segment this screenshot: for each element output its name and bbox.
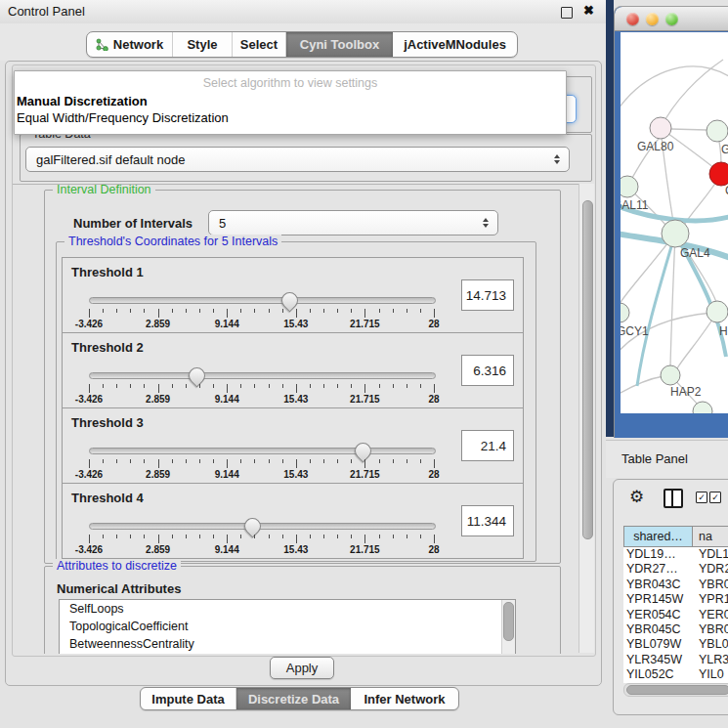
table-row[interactable]: YBR043CYBR0 bbox=[623, 578, 728, 592]
threshold-label: Threshold 3 bbox=[71, 415, 144, 430]
network-node-gal80[interactable] bbox=[650, 117, 671, 139]
threshold-value-field[interactable]: 6.316 bbox=[461, 355, 514, 386]
tab-network[interactable]: Network bbox=[87, 32, 173, 57]
tab-style[interactable]: Style bbox=[173, 32, 233, 57]
top-tabs: Network Style Select Cyni Toolbox jActiv… bbox=[86, 31, 518, 58]
threshold-slider-track[interactable] bbox=[89, 448, 436, 454]
minimize-traffic-light[interactable] bbox=[646, 13, 659, 25]
list-scrollbar[interactable] bbox=[501, 600, 515, 654]
network-node[interactable] bbox=[693, 402, 712, 413]
apply-button[interactable]: Apply bbox=[270, 657, 334, 679]
network-node-ga[interactable] bbox=[707, 120, 728, 142]
threshold-value-field[interactable]: 21.4 bbox=[461, 430, 514, 461]
close-icon[interactable]: ✖ bbox=[583, 3, 594, 18]
select-columns-icons[interactable]: ✓ ✓ bbox=[696, 492, 721, 503]
top-tab-strip: Network Style Select Cyni Toolbox jActiv… bbox=[0, 23, 606, 61]
tab-select[interactable]: Select bbox=[233, 32, 286, 57]
attribute-item[interactable]: SelfLoops bbox=[60, 600, 515, 618]
table-settings-gear-icon[interactable]: ⚙ bbox=[629, 489, 644, 506]
cell-name: YDL1 bbox=[692, 547, 728, 562]
close-traffic-light[interactable] bbox=[626, 13, 639, 25]
table-row[interactable]: YIL052CYIL0 bbox=[623, 667, 728, 682]
settings-scrollbar[interactable] bbox=[578, 184, 594, 653]
thresholds-group-title: Threshold's Coordinates for 5 Intervals bbox=[64, 235, 281, 248]
settings-viewport: Interval Definition Number of Intervals … bbox=[13, 184, 578, 654]
table-hscrollbar-thumb[interactable] bbox=[626, 685, 728, 695]
table-row[interactable]: YLR345WYLR3 bbox=[623, 653, 728, 667]
cell-name: YBR0 bbox=[692, 622, 728, 637]
threshold-row-3: Threshold 3-3.4262.8599.14415.4321.71528… bbox=[63, 408, 523, 484]
bottom-tabs: Impute Data Discretize Data Infer Networ… bbox=[140, 687, 459, 710]
table-row[interactable]: YBR045CYBR0 bbox=[623, 622, 728, 637]
threshold-row-2: Threshold 2-3.4262.8599.14415.4321.71528… bbox=[63, 333, 523, 408]
table-row[interactable]: YPR145WYPR1 bbox=[623, 592, 728, 607]
panel-title: Control Panel bbox=[8, 4, 85, 19]
table-row[interactable]: YBL079WYBL0 bbox=[623, 637, 728, 652]
threshold-slider-track[interactable] bbox=[89, 372, 436, 379]
network-node-gcy1[interactable] bbox=[621, 303, 629, 322]
cell-shared-name: YPR145W bbox=[623, 592, 692, 607]
settings-scrollbar-thumb[interactable] bbox=[582, 200, 593, 539]
cell-name: YBL0 bbox=[692, 637, 728, 652]
column-header-name[interactable]: na bbox=[693, 527, 728, 546]
split-panel-icon[interactable] bbox=[664, 489, 683, 508]
cell-shared-name: YER054C bbox=[623, 608, 692, 622]
network-edge-thick bbox=[637, 234, 675, 386]
table-hscrollbar[interactable] bbox=[623, 683, 728, 697]
tab-infer-network[interactable]: Infer Network bbox=[351, 688, 458, 709]
threshold-value-field[interactable]: 14.713 bbox=[461, 279, 514, 311]
network-edge bbox=[621, 66, 728, 120]
attribute-item[interactable]: BetweennessCentrality bbox=[60, 635, 515, 653]
num-intervals-combobox[interactable]: 5 bbox=[208, 210, 498, 236]
slider-tick-labels: -3.4262.8599.14415.4321.71528 bbox=[89, 544, 434, 556]
cell-name: YPR1 bbox=[692, 592, 728, 607]
node-table: shared… na YDL19…YDL1YDR27…YDR2YBR043CYB… bbox=[623, 526, 728, 683]
node-label: H bbox=[719, 324, 728, 338]
threshold-slider-track[interactable] bbox=[89, 523, 436, 530]
dropdown-option-manual[interactable]: Manual Discretization bbox=[17, 94, 148, 108]
zoom-traffic-light[interactable] bbox=[665, 13, 678, 25]
network-node-gal11[interactable] bbox=[621, 176, 638, 197]
tab-discretize-data[interactable]: Discretize Data bbox=[236, 688, 351, 709]
threshold-value-field[interactable]: 11.344 bbox=[461, 505, 514, 536]
tab-jactivemnodules[interactable]: jActiveMNodules bbox=[393, 32, 517, 57]
column-header-shared-name[interactable]: shared… bbox=[624, 527, 693, 546]
threshold-slider-track[interactable] bbox=[89, 297, 436, 304]
control-panel-titlebar: Control Panel ✖ bbox=[0, 0, 606, 24]
threshold-label: Threshold 2 bbox=[71, 340, 144, 355]
table-row[interactable]: YDL19…YDL1 bbox=[623, 547, 728, 562]
network-canvas[interactable]: GAL80GACGAL11GAL4GCY1HHAP2 bbox=[621, 32, 728, 413]
table-data-combobox[interactable]: galFiltered.sif default node bbox=[25, 147, 570, 172]
cell-name: YBR0 bbox=[692, 578, 728, 592]
cell-shared-name: YBR045C bbox=[623, 622, 692, 637]
network-node-hap2[interactable] bbox=[661, 365, 680, 385]
table-row[interactable]: YER054CYER0 bbox=[623, 608, 728, 622]
threshold-row-1: Threshold 1-3.4262.8599.14415.4321.71528… bbox=[63, 258, 523, 333]
list-scrollbar-thumb[interactable] bbox=[503, 602, 514, 641]
numerical-attributes-list: SelfLoopsTopologicalCoefficientBetweenne… bbox=[59, 599, 516, 654]
table-body: YDL19…YDL1YDR27…YDR2YBR043CYBR0YPR145WYP… bbox=[623, 547, 728, 683]
network-node-h[interactable] bbox=[707, 301, 728, 322]
node-label: GA bbox=[721, 143, 728, 156]
cell-name: YER0 bbox=[692, 608, 728, 622]
cell-name: YLR3 bbox=[692, 653, 728, 667]
table-row[interactable]: YDR27…YDR2 bbox=[623, 562, 728, 577]
threshold-list: Threshold 1-3.4262.8599.14415.4321.71528… bbox=[62, 257, 524, 559]
tab-impute-data[interactable]: Impute Data bbox=[141, 688, 236, 709]
network-window-titlebar[interactable] bbox=[615, 7, 728, 31]
network-graph: GAL80GACGAL11GAL4GCY1HHAP2 bbox=[621, 32, 728, 413]
table-panel-titlebar: Table Panel bbox=[606, 440, 728, 478]
network-node-c[interactable] bbox=[709, 162, 728, 186]
node-label: GCY1 bbox=[621, 324, 649, 338]
network-node-gal4[interactable] bbox=[662, 220, 689, 247]
attribute-item[interactable]: TopologicalCoefficient bbox=[60, 618, 515, 635]
panel-divider[interactable] bbox=[606, 0, 614, 437]
num-intervals-value: 5 bbox=[219, 216, 226, 231]
float-window-icon[interactable] bbox=[561, 7, 573, 19]
node-label: HAP2 bbox=[670, 385, 702, 399]
interval-definition-title: Interval Definition bbox=[53, 184, 155, 196]
network-edge bbox=[670, 234, 675, 366]
dropdown-option-equal-width[interactable]: Equal Width/Frequency Discretization bbox=[17, 110, 229, 125]
cell-shared-name: YBR043C bbox=[623, 578, 692, 592]
tab-cyni-toolbox[interactable]: Cyni Toolbox bbox=[286, 32, 393, 57]
